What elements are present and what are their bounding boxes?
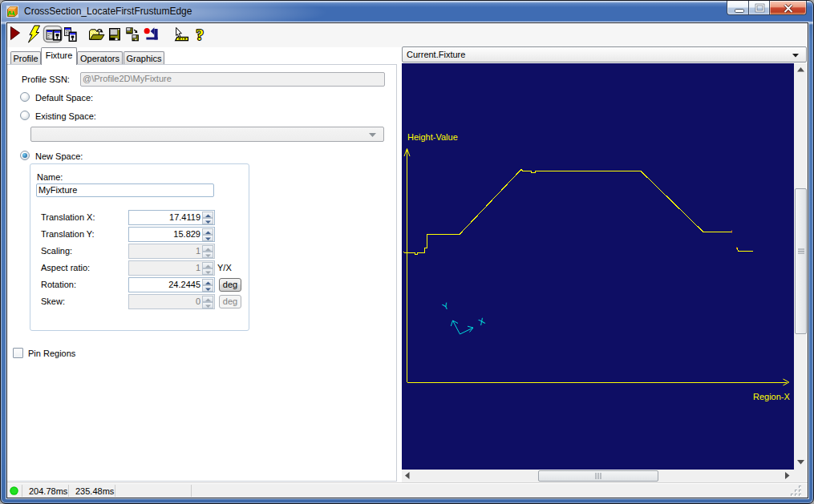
svg-text:X: X	[477, 316, 487, 327]
svg-text:Y: Y	[441, 300, 451, 312]
svg-text:Region-X: Region-X	[753, 392, 791, 401]
svg-text:Height-Value: Height-Value	[407, 132, 458, 142]
svg-text:?: ?	[196, 26, 205, 43]
